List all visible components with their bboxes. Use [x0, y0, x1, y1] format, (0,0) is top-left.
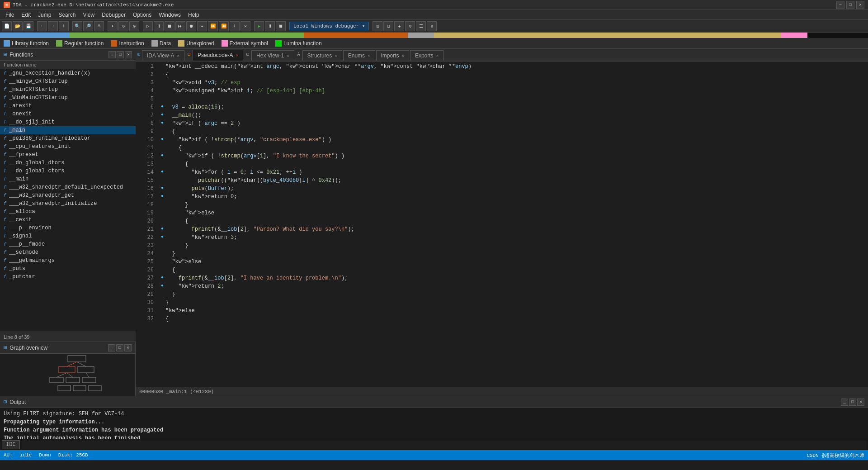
close-button[interactable]: ✕: [856, 1, 864, 9]
function-list-item[interactable]: f_putchar: [0, 273, 136, 281]
line-breakpoint-dot[interactable]: ●: [159, 169, 165, 174]
tb-play[interactable]: ▶: [254, 21, 264, 31]
function-list-item[interactable]: f___w32_sharedptr_initialize: [0, 199, 136, 208]
tb-d6[interactable]: ⊗: [427, 21, 437, 31]
tab-enums-close[interactable]: ✕: [368, 53, 370, 58]
tb-7[interactable]: ▷: [143, 21, 153, 31]
minimize-button[interactable]: ─: [836, 1, 844, 9]
tb-d2[interactable]: ⊟: [383, 21, 393, 31]
line-breakpoint-dot[interactable]: ●: [159, 226, 165, 231]
function-list-item[interactable]: f_WinMainCRTStartup: [0, 94, 136, 102]
graph-panel-minimize[interactable]: _: [108, 344, 115, 351]
tb-15[interactable]: ↕: [230, 21, 240, 31]
tab-pseudocode-close[interactable]: ✕: [236, 53, 238, 58]
tab-hex-view-close[interactable]: ✕: [287, 53, 289, 58]
output-minimize[interactable]: _: [841, 399, 848, 406]
tb-13[interactable]: ⏩: [208, 21, 218, 31]
tab-imports[interactable]: Imports ✕: [376, 50, 409, 61]
function-list-item[interactable]: f___p__environ: [0, 224, 136, 232]
tb-2[interactable]: 🔎: [83, 21, 93, 31]
function-list-item[interactable]: f_onexit: [0, 110, 136, 118]
line-breakpoint-dot[interactable]: ●: [159, 153, 165, 158]
tb-3[interactable]: A: [94, 21, 104, 31]
tb-11[interactable]: ⏺: [186, 21, 196, 31]
function-list-item[interactable]: f__mingw_CRTStartup: [0, 77, 136, 85]
function-list-item[interactable]: f___p__fmode: [0, 240, 136, 248]
tb-save[interactable]: 💾: [24, 21, 33, 31]
line-breakpoint-dot[interactable]: ●: [159, 194, 165, 199]
tb-1[interactable]: 🔍: [72, 21, 82, 31]
tb-stop[interactable]: ✕: [241, 21, 250, 31]
tb-back[interactable]: ←: [37, 21, 47, 31]
function-list-item[interactable]: f__cexit: [0, 216, 136, 224]
line-breakpoint-dot[interactable]: ●: [159, 275, 165, 280]
tab-exports-close[interactable]: ✕: [436, 53, 439, 58]
output-close[interactable]: ✕: [857, 399, 864, 406]
line-breakpoint-dot[interactable]: ●: [159, 120, 165, 125]
tb-d1[interactable]: ⊞: [373, 21, 382, 31]
function-list-item[interactable]: f___w32_sharedptr_default_unexpected: [0, 183, 136, 191]
menu-jump[interactable]: Jump: [34, 11, 55, 19]
functions-panel-minimize[interactable]: _: [108, 51, 116, 58]
function-list-item[interactable]: f__do_global_ctors: [0, 167, 136, 175]
functions-panel-float[interactable]: □: [117, 51, 124, 58]
tab-structures[interactable]: Structures ✕: [302, 50, 342, 61]
line-breakpoint-dot[interactable]: ●: [159, 137, 165, 142]
tb-5[interactable]: ⊕: [118, 21, 128, 31]
function-list-item[interactable]: f_puts: [0, 265, 136, 273]
tb-d3[interactable]: ◈: [394, 21, 404, 31]
tb-9[interactable]: ⏹: [165, 21, 175, 31]
tb-open[interactable]: 📂: [13, 21, 23, 31]
tb-8[interactable]: ⏸: [154, 21, 164, 31]
tab-enums[interactable]: Enums ✕: [343, 50, 375, 61]
tb-d4[interactable]: ⊕: [405, 21, 415, 31]
line-breakpoint-dot[interactable]: ●: [159, 112, 165, 117]
tb-stop2[interactable]: ⏹: [276, 21, 286, 31]
line-breakpoint-dot[interactable]: ●: [159, 104, 165, 109]
graph-panel-close[interactable]: ✕: [124, 344, 132, 351]
function-list-item[interactable]: f_pei386_runtime_relocator: [0, 134, 136, 142]
graph-panel-float[interactable]: □: [116, 344, 123, 351]
code-view[interactable]: 1"kw">int __cdecl main("kw">int argc, "k…: [136, 62, 868, 387]
menu-edit[interactable]: Edit: [18, 11, 34, 19]
tb-forward[interactable]: →: [48, 21, 58, 31]
menu-search[interactable]: Search: [55, 11, 79, 19]
line-breakpoint-dot[interactable]: ●: [159, 185, 165, 190]
line-breakpoint-dot[interactable]: ●: [159, 234, 165, 239]
tab-imports-close[interactable]: ✕: [402, 53, 404, 58]
tb-d5[interactable]: ☰: [416, 21, 426, 31]
function-list-item[interactable]: f__setmode: [0, 248, 136, 256]
function-list-item[interactable]: f__cpu_features_init: [0, 142, 136, 151]
menu-windows[interactable]: Windows: [155, 11, 184, 19]
tb-up[interactable]: ↑: [59, 21, 69, 31]
menu-file[interactable]: File: [2, 11, 18, 19]
tab-structures-close[interactable]: ✕: [335, 53, 337, 58]
function-list-item[interactable]: f__alloca: [0, 208, 136, 216]
tab-ida-view[interactable]: IDA View-A ✕: [142, 50, 184, 61]
function-list-item[interactable]: f__main: [0, 175, 136, 183]
function-list-item[interactable]: f_gnu_exception_handler(x): [0, 69, 136, 77]
tb-12[interactable]: ✦: [197, 21, 207, 31]
window-controls[interactable]: ─ □ ✕: [836, 1, 864, 9]
tb-6[interactable]: ⊗: [129, 21, 139, 31]
tab-pseudocode[interactable]: Pseudocode-A ✕: [193, 50, 243, 61]
tb-pause2[interactable]: ⏸: [265, 21, 275, 31]
tb-10[interactable]: ⏭: [175, 21, 185, 31]
function-list-item[interactable]: f__fpreset: [0, 151, 136, 159]
maximize-button[interactable]: □: [846, 1, 854, 9]
tb-new[interactable]: 📄: [2, 21, 12, 31]
menu-debugger[interactable]: Debugger: [98, 11, 129, 19]
menu-view[interactable]: View: [79, 11, 98, 19]
function-list-item[interactable]: f_main: [0, 126, 136, 134]
tb-14[interactable]: ⏪: [219, 21, 229, 31]
debugger-selector[interactable]: Local Windows debugger ▾: [289, 22, 369, 30]
functions-panel-close[interactable]: ✕: [125, 51, 132, 58]
function-list-item[interactable]: f_signal: [0, 232, 136, 240]
function-list-item[interactable]: f__do_global_dtors: [0, 159, 136, 167]
line-breakpoint-dot[interactable]: ●: [159, 283, 165, 288]
menu-options[interactable]: Options: [129, 11, 155, 19]
tb-4[interactable]: ⬇: [108, 21, 118, 31]
function-list-item[interactable]: f_atexit: [0, 102, 136, 110]
tab-ida-view-close[interactable]: ✕: [177, 53, 179, 58]
function-list-item[interactable]: f___w32_sharedptr_get: [0, 191, 136, 199]
